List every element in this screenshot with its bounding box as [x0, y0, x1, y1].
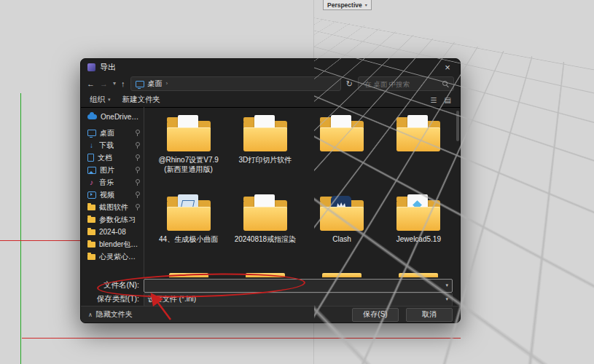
rhino-viewport-screen: Perspective ▾ 导出 × ← → ▾ ↑ 桌面 › ↻: [0, 0, 594, 364]
up-icon[interactable]: ↑: [121, 80, 125, 88]
filename-row: 文件名(N): ▾: [81, 279, 460, 292]
viewport-tab-perspective[interactable]: Perspective ▾: [323, 0, 372, 10]
chevron-down-icon: ▾: [108, 97, 111, 103]
search-input[interactable]: [363, 79, 439, 89]
folder-icon: [87, 254, 95, 260]
savetype-dropdown[interactable]: 设置文件 (*.ini) ▾: [144, 293, 453, 306]
chevron-down-icon[interactable]: ▾: [445, 282, 448, 288]
chevron-right-icon[interactable]: ›: [166, 81, 168, 87]
history-dropdown-icon[interactable]: ▾: [113, 81, 116, 87]
dialog-footer: ∧ 隐藏文件夹 保存(S) 取消: [81, 306, 460, 323]
file-item-jewelcad[interactable]: Jewelcad5.19: [380, 191, 457, 270]
new-folder-button[interactable]: 新建文件夹: [122, 95, 161, 105]
sidebar-item-folder-4[interactable]: blender包装练习: [81, 238, 144, 250]
export-dialog: 导出 × ← → ▾ ↑ 桌面 › ↻ 组织 ▾ 新: [80, 58, 461, 323]
download-icon: ↓: [87, 141, 95, 149]
sidebar-item-folder-5[interactable]: 心灵紫心紫砂壶: [81, 250, 144, 263]
pin-icon: [135, 204, 140, 210]
sidebar-item-videos[interactable]: 视频: [81, 189, 144, 201]
file-item-minimal-surface[interactable]: 44、生成极小曲面: [150, 191, 227, 270]
hide-folders-button[interactable]: ∧ 隐藏文件夹: [88, 309, 133, 320]
file-grid: @Rhino7设置V7.9 (新西里通用版) 3D打印切片软件: [150, 111, 457, 270]
file-item-censored-2[interactable]: [380, 111, 457, 191]
sidebar-item-documents[interactable]: 文档: [81, 151, 144, 164]
pin-icon: [135, 167, 140, 173]
sidebar-item-folder-3[interactable]: 2024-08: [81, 226, 144, 238]
folder-icon: [394, 115, 442, 153]
sidebar-item-label: 下载: [99, 141, 114, 151]
chevron-down-icon[interactable]: ▾: [445, 296, 448, 302]
folder-icon: [241, 194, 289, 232]
sidebar-item-music[interactable]: ♪ 音乐: [81, 176, 144, 189]
sidebar-item-folder-1[interactable]: 截图软件: [81, 201, 144, 213]
viewport-tab-label: Perspective: [327, 1, 362, 9]
sidebar-item-label: 心灵紫心紫砂壶: [99, 252, 140, 262]
file-name: Clash: [332, 235, 351, 245]
file-item-rhino7-settings[interactable]: @Rhino7设置V7.9 (新西里通用版): [150, 111, 227, 191]
y-axis-line: [20, 93, 21, 364]
organize-label: 组织: [90, 95, 105, 105]
sidebar-item-desktop[interactable]: 桌面: [81, 127, 144, 139]
file-name: @Rhino7设置V7.9 (新西里通用版): [155, 156, 223, 174]
dialog-title: 导出: [100, 62, 116, 73]
file-item-ring-render[interactable]: 20240818戒指渲染: [227, 191, 303, 270]
document-icon: [87, 154, 94, 162]
file-name: Jewelcad5.19: [396, 235, 441, 245]
file-item-clash[interactable]: Clash: [304, 191, 380, 270]
view-options: ☰ ▤: [431, 96, 451, 104]
sidebar-item-onedrive[interactable]: OneDrive - Per: [81, 111, 144, 123]
command-bar: 组织 ▾ 新建文件夹 ☰ ▤: [81, 92, 460, 108]
sidebar-item-folder-2[interactable]: 参数化练习: [81, 213, 144, 226]
sidebar-item-label: OneDrive - Per: [101, 113, 140, 121]
file-name: 20240818戒指渲染: [235, 235, 297, 245]
folder-icon: [165, 115, 213, 153]
sidebar-item-label: 桌面: [100, 128, 114, 138]
hide-folders-label: 隐藏文件夹: [96, 309, 133, 320]
file-item-censored-1[interactable]: [304, 111, 380, 191]
breadcrumb[interactable]: 桌面 ›: [130, 76, 341, 91]
breadcrumb-location[interactable]: 桌面: [148, 79, 163, 89]
save-button[interactable]: 保存(S): [352, 308, 399, 322]
folder-icon: [87, 242, 95, 248]
new-folder-label: 新建文件夹: [122, 95, 161, 105]
scrollbar[interactable]: [456, 111, 459, 141]
sidebar-item-label: 截图软件: [99, 202, 128, 213]
file-list: @Rhino7设置V7.9 (新西里通用版) 3D打印切片软件: [144, 107, 460, 277]
chevron-down-icon: ▾: [365, 2, 367, 7]
close-button[interactable]: ×: [435, 59, 460, 75]
file-name: 44、生成极小曲面: [159, 235, 218, 245]
folder-icon: [87, 229, 95, 235]
pictures-icon: [87, 167, 96, 174]
folder-icon: [87, 205, 95, 210]
filename-combo[interactable]: ▾: [144, 279, 453, 293]
x-axis-line-left: [0, 240, 82, 241]
cancel-button[interactable]: 取消: [406, 308, 453, 322]
savetype-value: 设置文件 (*.ini): [148, 294, 196, 304]
filename-input[interactable]: [148, 281, 445, 290]
sidebar-item-downloads[interactable]: ↓ 下载: [81, 139, 144, 151]
videos-icon: [87, 191, 96, 199]
folder-icon: [87, 217, 95, 223]
dialog-body: OneDrive - Per 桌面 ↓ 下载 文档: [81, 107, 460, 277]
sidebar-item-label: 图片: [100, 165, 114, 175]
file-item-3d-print-slicer[interactable]: 3D打印切片软件: [227, 111, 303, 191]
forward-icon[interactable]: →: [100, 80, 108, 88]
pin-icon: [135, 130, 140, 136]
folder-icon: [165, 194, 213, 232]
organize-button[interactable]: 组织 ▾: [90, 95, 111, 105]
search-box[interactable]: [358, 76, 454, 91]
pin-icon: [135, 179, 140, 186]
folder-icon: [318, 194, 366, 232]
dialog-titlebar[interactable]: 导出 ×: [81, 59, 460, 75]
search-icon: [442, 80, 449, 87]
grid-view-icon[interactable]: ▤: [445, 96, 451, 104]
file-name: 3D打印切片软件: [238, 156, 292, 165]
savetype-label: 保存类型(T):: [88, 294, 139, 304]
sidebar-item-label: 参数化练习: [99, 215, 136, 225]
sidebar-item-pictures[interactable]: 图片: [81, 164, 144, 176]
details-view-icon[interactable]: ☰: [431, 96, 437, 104]
savetype-row: 保存类型(T): 设置文件 (*.ini) ▾: [81, 293, 460, 306]
back-icon[interactable]: ←: [87, 80, 95, 88]
refresh-icon[interactable]: ↻: [346, 79, 353, 89]
sidebar-item-label: blender包装练习: [99, 240, 140, 250]
